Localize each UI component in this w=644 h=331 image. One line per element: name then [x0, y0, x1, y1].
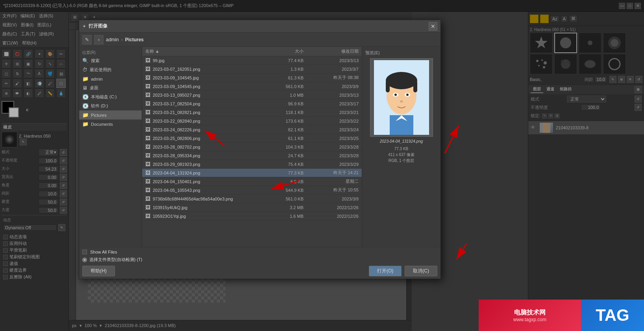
file-type-label: 选择文件类型(自动检测) (T): [89, 257, 142, 263]
file-name: 2023-03-17_082504.png: [153, 101, 268, 106]
place-admin[interactable]: 📁 admin: [79, 74, 142, 83]
file-date: 2023/3/28: [303, 145, 359, 149]
search-icon: 🔍: [82, 58, 89, 64]
col-name-header[interactable]: 名称 ▲: [145, 48, 268, 54]
dialog-close-button[interactable]: ✕: [429, 22, 437, 31]
file-row[interactable]: 🖼 9736b68c68f444f65d4ac98a54a00e3.png 56…: [142, 195, 362, 203]
folder-admin-icon: 📁: [82, 76, 89, 82]
file-size: 1.0 MB: [268, 93, 303, 97]
file-row[interactable]: 🖼 2023-03-07_162051.png 1.3 KB 2023/3/7: [142, 65, 362, 74]
file-icon: 🖼: [145, 109, 150, 115]
file-row[interactable]: 🖼 103915y4UkQ.jpg 3.2 MB 2022/12/26: [142, 203, 362, 212]
path-separator: ›: [121, 37, 123, 42]
file-row[interactable]: 🖼 2023-03-25_082806.png 61.1 KB 2023/3/2…: [142, 134, 362, 143]
c-drive-icon: 💽: [82, 94, 89, 100]
file-icon: 🖼: [145, 75, 150, 81]
file-icon: 🖼: [145, 57, 150, 63]
place-documents[interactable]: 📁 Documents: [79, 120, 142, 129]
file-name: 2023-03-29_081923.png: [153, 162, 268, 167]
file-name: 9736b68c68f444f65d4ac98a54a00e3.png: [153, 197, 268, 201]
file-row[interactable]: 🖼 2023-03-21_082821.png 118.1 KB 2023/3/…: [142, 108, 362, 117]
col-size-header[interactable]: 大小: [268, 48, 303, 54]
selected-file-name: 2023-04-04_131924.png: [153, 171, 268, 175]
place-pictures-label: Pictures: [91, 113, 107, 118]
file-row[interactable]: 🖼 2023-03-09_104545.png 561.0 KB 2023/3/…: [142, 82, 362, 91]
place-d-drive[interactable]: 💽 软件 (D:): [79, 101, 142, 110]
path-admin[interactable]: admin: [106, 37, 119, 42]
file-row[interactable]: 🖼 2023-03-22_082840.png 173.6 KB 2023/3/…: [142, 117, 362, 125]
preview-color-info: RGB, 1 个图层: [388, 158, 415, 164]
place-admin-label: admin: [91, 77, 103, 81]
col-date-header[interactable]: 修改日期: [303, 48, 359, 54]
file-date: 昨天于 08:38: [303, 75, 359, 81]
file-row-selected[interactable]: 🖼 2023-04-04_131924.png 77.3 KB 昨天于 14:2…: [142, 169, 362, 177]
file-row[interactable]: 🖼 105923O1Yqi.jpg 1.6 MB 2022/12/26: [142, 212, 362, 221]
file-row[interactable]: 🖼 2023-03-24_082226.png 82.1 KB 2023/3/2…: [142, 125, 362, 134]
file-name: 2023-03-09_104545.png: [153, 84, 268, 89]
file-name: 103915y4UkQ.jpg: [153, 205, 268, 210]
file-row[interactable]: 🖼 2023-03-17_082504.png 96.9 KB 2023/3/1…: [142, 99, 362, 108]
dialog-title: 打开图像: [89, 23, 107, 29]
file-icon: 🖼: [145, 135, 150, 141]
file-row[interactable]: 🖼 2023-03-28_095334.png 24.7 KB 2023/3/2…: [142, 151, 362, 160]
file-icon: 🖼: [145, 66, 150, 72]
place-pictures[interactable]: 📁 Pictures: [79, 110, 142, 120]
file-row[interactable]: 🖼 2023-03-09_104545.jpg 61.3 KB 昨天于 08:3…: [142, 74, 362, 82]
watermark-site-name: 电脑技术网: [514, 309, 546, 317]
place-search[interactable]: 🔍 搜索: [79, 56, 142, 65]
open-button[interactable]: 打开(O): [369, 266, 402, 276]
file-icon: 🖼: [145, 127, 150, 132]
file-size: 118.1 KB: [268, 110, 303, 115]
file-icon: 🖼: [145, 204, 150, 210]
path-pictures[interactable]: Pictures: [125, 37, 144, 42]
file-size: 77.4 KB: [268, 58, 303, 63]
file-date: 星期二: [303, 178, 359, 184]
file-name: 2023-03-09_104545.jpg: [153, 75, 268, 80]
recent-icon: ⏱: [82, 67, 87, 73]
file-row[interactable]: 🖼 2023-03-28_082702.png 104.3 KB 2023/3/…: [142, 143, 362, 151]
file-icon: 🖼: [145, 101, 150, 107]
selected-file-date: 昨天于 14:21: [303, 170, 359, 176]
watermark-url: www.tagxp.com: [513, 317, 546, 322]
svg-rect-23: [386, 81, 390, 92]
watermark-text: 电脑技术网 www.tagxp.com: [479, 300, 581, 331]
file-date: 2022/12/26: [303, 205, 359, 210]
help-button[interactable]: 帮助(H): [82, 266, 115, 276]
dialog-title-area: ✦ 打开图像: [82, 23, 107, 29]
show-all-files-checkbox[interactable]: [82, 250, 87, 254]
file-list-area: 名称 ▲ 大小 修改日期 🖼 99.jpg 77.4 KB 2023/3/13 …: [142, 47, 362, 247]
file-icon: 🖼: [145, 178, 150, 184]
dialog-overlay: ✦ 打开图像 ✕ ✎ ‹ admin › Pictures 位置(R) 🔍 搜索: [0, 0, 644, 331]
svg-point-28: [406, 94, 409, 96]
place-recent-label: 最近使用的: [90, 67, 111, 73]
file-name: 2023-03-25_082806.png: [153, 136, 268, 141]
file-size: 82.1 KB: [268, 127, 303, 132]
path-edit-button[interactable]: ✎: [82, 35, 92, 44]
file-date: 2023/3/25: [303, 136, 359, 141]
file-row[interactable]: 🖼 2023-04-04_150401.png 6.5 KB 星期二: [142, 177, 362, 186]
file-size: 173.6 KB: [268, 119, 303, 123]
file-row[interactable]: 🖼 99.jpg 77.4 KB 2023/3/13: [142, 56, 362, 65]
file-date: 2023/3/22: [303, 119, 359, 123]
file-date: 2023/3/29: [303, 162, 359, 167]
show-all-files-label: Show All Files: [90, 250, 117, 254]
place-c-drive[interactable]: 💽 本地磁盘 (C:): [79, 92, 142, 101]
path-back-button[interactable]: ‹: [94, 35, 104, 44]
file-row[interactable]: 🖼 2023-04-05_105543.png 544.9 KB 昨天于 10:…: [142, 186, 362, 195]
dialog-title-bar: ✦ 打开图像 ✕: [79, 20, 440, 33]
file-size: 3.2 MB: [268, 205, 303, 210]
file-type-radio[interactable]: [82, 257, 87, 262]
file-date: 2023/3/7: [303, 67, 359, 72]
preview-filename: 2023-04-04_131924.png: [380, 139, 423, 143]
cancel-button[interactable]: 取消(C): [405, 266, 437, 276]
file-row[interactable]: 🖼 2023-03-13_095027.png 1.0 MB 2023/3/13: [142, 91, 362, 99]
svg-point-22: [386, 72, 417, 89]
place-desktop[interactable]: 🖥 桌面: [79, 83, 142, 92]
file-list: 🖼 99.jpg 77.4 KB 2023/3/13 🖼 2023-03-07_…: [142, 56, 362, 247]
show-all-files-row: Show All Files: [82, 250, 437, 254]
file-size: 561.0 KB: [268, 197, 303, 201]
places-panel: 位置(R) 🔍 搜索 ⏱ 最近使用的 📁 admin 🖥 桌面: [79, 47, 142, 247]
dialog-path-bar: ✎ ‹ admin › Pictures: [79, 33, 440, 47]
place-recent[interactable]: ⏱ 最近使用的: [79, 65, 142, 74]
file-row[interactable]: 🖼 2023-03-29_081923.png 75.4 KB 2023/3/2…: [142, 160, 362, 169]
